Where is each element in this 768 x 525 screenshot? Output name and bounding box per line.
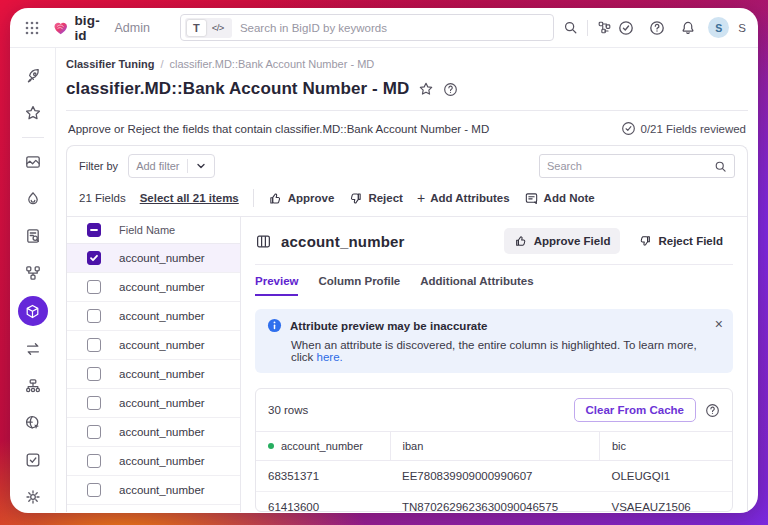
fields-search-field[interactable] <box>539 154 735 178</box>
field-name-column-header: Field Name <box>119 224 175 236</box>
select-all-link[interactable]: Select all 21 items <box>140 192 239 204</box>
banner-title: Attribute preview may be inaccurate <box>290 320 487 332</box>
globe-pointer-icon[interactable] <box>18 409 48 437</box>
user-avatar[interactable]: S <box>708 17 729 38</box>
table-row: 68351371 EE780839909000990607 OLEUGQI1 <box>256 461 732 492</box>
image-chart-icon[interactable] <box>18 148 48 176</box>
plus-icon: + <box>417 193 425 203</box>
fields-count: 21 Fields <box>79 192 126 204</box>
title-row: classifier.MD::Bank Account Number - MD <box>66 79 748 99</box>
fields-search-input[interactable] <box>547 160 714 172</box>
search-icon[interactable] <box>560 17 581 38</box>
add-attributes-button[interactable]: + Add Attributes <box>417 192 510 204</box>
row-checkbox[interactable] <box>87 396 101 410</box>
gear-icon[interactable] <box>18 483 48 511</box>
column-icon <box>255 233 272 250</box>
cluster-icon[interactable] <box>18 259 48 287</box>
star-icon[interactable] <box>18 99 48 127</box>
table-row: 61413600 TN8702629623630090046575 VSAEAU… <box>256 492 732 513</box>
clear-from-cache-button[interactable]: Clear From Cache <box>574 398 696 422</box>
app-shell: Classifier Tuning / classifier.MD::Bank … <box>10 48 758 512</box>
bell-icon[interactable] <box>677 17 699 39</box>
row-checkbox[interactable] <box>87 483 101 497</box>
preview-table-header: 30 rows Clear From Cache <box>256 389 732 431</box>
info-banner: Attribute preview may be inaccurate × Wh… <box>255 309 733 373</box>
approve-button[interactable]: Approve <box>268 191 335 206</box>
column-header-account-number: account_number <box>256 432 390 461</box>
review-instruction: Approve or Reject the fields that contai… <box>68 123 489 135</box>
field-detail-panel: account_number Approve Field <box>241 217 747 512</box>
add-filter-button[interactable]: Add filter <box>128 154 214 178</box>
tab-additional-attributes[interactable]: Additional Attributes <box>420 275 533 296</box>
user-name-partial: S <box>738 22 746 34</box>
top-right-icons: S S <box>615 17 746 39</box>
thumbs-up-icon <box>268 191 283 206</box>
add-note-button[interactable]: Add Note <box>524 191 595 206</box>
text-mode-button[interactable]: T <box>187 20 206 36</box>
field-list-header: Field Name <box>67 217 240 244</box>
field-row[interactable]: account_number <box>67 360 240 389</box>
select-all-checkbox[interactable] <box>87 223 101 237</box>
field-row[interactable]: account_number <box>67 389 240 418</box>
app-window: big-id Admin T </> <box>10 8 758 513</box>
field-row[interactable]: account_number <box>67 447 240 476</box>
bigid-logo[interactable]: big-id Admin <box>52 13 150 43</box>
logo-suffix: Admin <box>114 21 149 35</box>
check-circle-icon[interactable] <box>615 17 637 39</box>
info-icon <box>267 318 282 333</box>
favorite-star-icon[interactable] <box>418 81 434 97</box>
row-count-label: 30 rows <box>268 404 308 416</box>
breadcrumb-classifier-tuning[interactable]: Classifier Tuning <box>66 58 154 70</box>
column-header-bic: bic <box>599 432 732 461</box>
advanced-search-icon[interactable] <box>594 17 615 38</box>
row-checkbox[interactable] <box>87 425 101 439</box>
cube-icon[interactable] <box>18 296 48 326</box>
preview-table: account_number iban bic 68351371 EE78083… <box>256 431 732 512</box>
filter-by-label: Filter by <box>79 160 118 172</box>
main-content: Classifier Tuning / classifier.MD::Bank … <box>56 48 758 512</box>
reject-field-button[interactable]: Reject Field <box>628 228 733 254</box>
field-row[interactable]: account_number <box>67 331 240 360</box>
thumbs-down-icon <box>348 191 363 206</box>
sidebar-divider <box>22 137 44 138</box>
thumbs-up-icon <box>514 234 528 248</box>
field-row[interactable]: account_number <box>67 302 240 331</box>
reject-button[interactable]: Reject <box>348 191 403 206</box>
tab-preview[interactable]: Preview <box>255 275 298 296</box>
logo-wordmark: big-id <box>74 13 107 43</box>
row-checkbox[interactable] <box>87 251 101 265</box>
cache-help-icon[interactable] <box>705 403 720 418</box>
check-circle-icon <box>621 121 636 136</box>
code-mode-button[interactable]: </> <box>206 20 230 36</box>
field-detail-name: account_number <box>281 233 405 250</box>
row-checkbox[interactable] <box>87 367 101 381</box>
close-icon[interactable]: × <box>715 316 723 332</box>
approve-field-button[interactable]: Approve Field <box>504 228 621 254</box>
cell-account-number: 68351371 <box>256 461 390 492</box>
document-search-icon[interactable] <box>18 222 48 250</box>
row-checkbox[interactable] <box>87 309 101 323</box>
field-row[interactable]: account_number <box>67 418 240 447</box>
app-launcher-grid-icon[interactable] <box>24 20 40 36</box>
global-search-field[interactable]: T </> <box>180 14 555 41</box>
row-checkbox[interactable] <box>87 454 101 468</box>
row-checkbox[interactable] <box>87 338 101 352</box>
field-row[interactable]: account_number <box>67 244 240 273</box>
swap-arrows-icon[interactable] <box>18 335 48 363</box>
search-mode-toggle: T </> <box>185 18 232 38</box>
preview-table-card: 30 rows Clear From Cache <box>255 388 733 512</box>
field-row[interactable]: account_number <box>67 505 240 512</box>
field-row[interactable]: account_number <box>67 476 240 505</box>
title-help-icon[interactable] <box>443 82 458 97</box>
global-search-input[interactable] <box>240 22 546 34</box>
tab-column-profile[interactable]: Column Profile <box>318 275 400 296</box>
learn-more-link[interactable]: here. <box>317 351 343 363</box>
flame-icon[interactable] <box>18 185 48 213</box>
field-row[interactable]: account_number <box>67 273 240 302</box>
column-header-iban: iban <box>390 432 599 461</box>
row-checkbox[interactable] <box>87 280 101 294</box>
rocket-icon[interactable] <box>18 62 48 90</box>
hierarchy-icon[interactable] <box>18 372 48 400</box>
checked-box-icon[interactable] <box>18 446 48 474</box>
help-circle-icon[interactable] <box>646 17 668 39</box>
